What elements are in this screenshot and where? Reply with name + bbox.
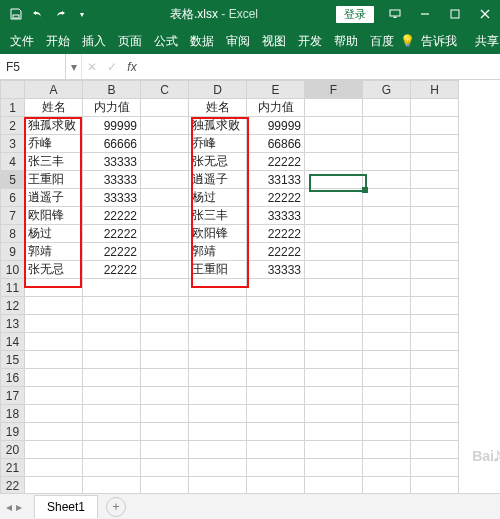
cell-G1[interactable] [363,99,411,117]
cell-H3[interactable] [411,135,459,153]
cell-H18[interactable] [411,405,459,423]
cell-H9[interactable] [411,243,459,261]
add-sheet-button[interactable]: ＋ [106,497,126,517]
cell-C21[interactable] [141,459,189,477]
col-header-F[interactable]: F [305,81,363,99]
col-header-D[interactable]: D [189,81,247,99]
cell-C17[interactable] [141,387,189,405]
cell-A10[interactable]: 张无忌 [25,261,83,279]
cell-D15[interactable] [189,351,247,369]
row-header-16[interactable]: 16 [1,369,25,387]
cell-E3[interactable]: 66866 [247,135,305,153]
cell-G10[interactable] [363,261,411,279]
cell-F1[interactable] [305,99,363,117]
cell-E17[interactable] [247,387,305,405]
cell-B17[interactable] [83,387,141,405]
sheet-tab[interactable]: Sheet1 [34,495,98,518]
row-header-2[interactable]: 2 [1,117,25,135]
cell-F15[interactable] [305,351,363,369]
cell-G8[interactable] [363,225,411,243]
cell-A13[interactable] [25,315,83,333]
cell-E16[interactable] [247,369,305,387]
cell-H1[interactable] [411,99,459,117]
cell-C18[interactable] [141,405,189,423]
cell-A3[interactable]: 乔峰 [25,135,83,153]
row-header-22[interactable]: 22 [1,477,25,494]
cell-D19[interactable] [189,423,247,441]
undo-icon[interactable] [28,4,48,24]
cell-C3[interactable] [141,135,189,153]
cell-C12[interactable] [141,297,189,315]
col-header-G[interactable]: G [363,81,411,99]
cell-F10[interactable] [305,261,363,279]
cell-B6[interactable]: 33333 [83,189,141,207]
cell-D10[interactable]: 王重阳 [189,261,247,279]
save-icon[interactable] [6,4,26,24]
cell-H11[interactable] [411,279,459,297]
cell-D18[interactable] [189,405,247,423]
cancel-icon[interactable]: ✕ [82,60,102,74]
cell-E11[interactable] [247,279,305,297]
cell-H15[interactable] [411,351,459,369]
cell-H16[interactable] [411,369,459,387]
cell-A8[interactable]: 杨过 [25,225,83,243]
cell-D11[interactable] [189,279,247,297]
cell-A22[interactable] [25,477,83,494]
cell-A5[interactable]: 王重阳 [25,171,83,189]
cell-A1[interactable]: 姓名 [25,99,83,117]
cell-A17[interactable] [25,387,83,405]
row-header-6[interactable]: 6 [1,189,25,207]
cell-D5[interactable]: 逍遥子 [189,171,247,189]
cell-B14[interactable] [83,333,141,351]
cell-E2[interactable]: 99999 [247,117,305,135]
namebox-dropdown-icon[interactable]: ▾ [66,54,82,79]
cell-F19[interactable] [305,423,363,441]
col-header-H[interactable]: H [411,81,459,99]
cell-B22[interactable] [83,477,141,494]
cell-E6[interactable]: 22222 [247,189,305,207]
cell-A6[interactable]: 逍遥子 [25,189,83,207]
cell-B9[interactable]: 22222 [83,243,141,261]
row-header-20[interactable]: 20 [1,441,25,459]
cell-D3[interactable]: 乔峰 [189,135,247,153]
cell-G5[interactable] [363,171,411,189]
cell-A9[interactable]: 郭靖 [25,243,83,261]
cell-E7[interactable]: 33333 [247,207,305,225]
cell-B10[interactable]: 22222 [83,261,141,279]
select-all-corner[interactable] [1,81,25,99]
cell-B8[interactable]: 22222 [83,225,141,243]
cell-B3[interactable]: 66666 [83,135,141,153]
maximize-icon[interactable] [440,0,470,28]
cell-C10[interactable] [141,261,189,279]
cell-H2[interactable] [411,117,459,135]
cell-B16[interactable] [83,369,141,387]
cell-E22[interactable] [247,477,305,494]
cell-D12[interactable] [189,297,247,315]
cell-A11[interactable] [25,279,83,297]
cell-B15[interactable] [83,351,141,369]
cell-D6[interactable]: 杨过 [189,189,247,207]
cell-B1[interactable]: 内力值 [83,99,141,117]
row-header-1[interactable]: 1 [1,99,25,117]
cell-E15[interactable] [247,351,305,369]
cell-A7[interactable]: 欧阳锋 [25,207,83,225]
cell-F6[interactable] [305,189,363,207]
cell-H5[interactable] [411,171,459,189]
cell-C22[interactable] [141,477,189,494]
row-header-12[interactable]: 12 [1,297,25,315]
cell-D22[interactable] [189,477,247,494]
cell-C2[interactable] [141,117,189,135]
cell-G19[interactable] [363,423,411,441]
cell-G18[interactable] [363,405,411,423]
cell-D7[interactable]: 张三丰 [189,207,247,225]
row-header-21[interactable]: 21 [1,459,25,477]
cell-G4[interactable] [363,153,411,171]
cell-F14[interactable] [305,333,363,351]
col-header-E[interactable]: E [247,81,305,99]
cell-D16[interactable] [189,369,247,387]
cell-A4[interactable]: 张三丰 [25,153,83,171]
cell-D21[interactable] [189,459,247,477]
tab-dev[interactable]: 开发 [292,29,328,54]
cell-G3[interactable] [363,135,411,153]
cell-G6[interactable] [363,189,411,207]
